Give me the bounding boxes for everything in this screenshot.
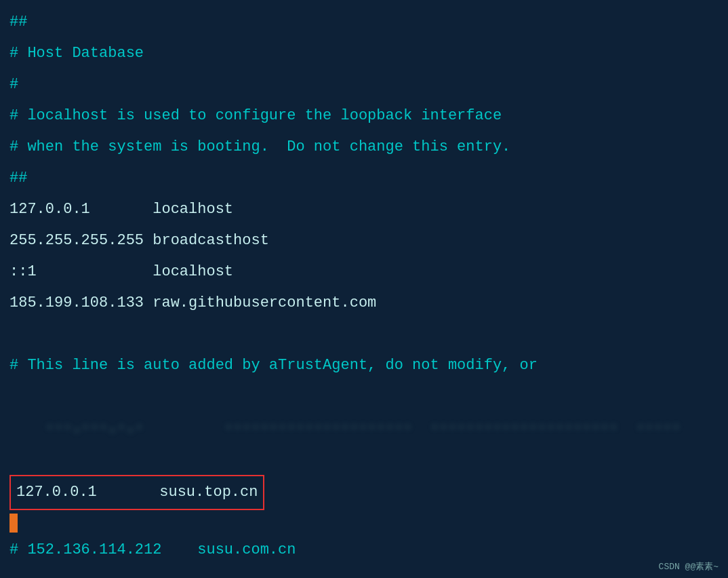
- watermark: CSDN @@素素~: [659, 560, 719, 573]
- line-tilde: ~: [9, 566, 719, 578]
- highlighted-row: 127.0.0.1 susu.top.cn: [9, 475, 264, 510]
- orange-bar: [9, 514, 18, 533]
- line-when: # when the system is booting. Do not cha…: [9, 132, 719, 163]
- line-blurred: ···.···.·.· ····················· ······…: [9, 381, 719, 475]
- line-hash: #: [9, 69, 719, 100]
- line-this: # This line is auto added by aTrustAgent…: [9, 350, 719, 381]
- line-127: 127.0.0.1 localhost: [9, 194, 719, 225]
- line-152: # 152.136.114.212 susu.com.cn: [9, 535, 719, 566]
- line-empty: [9, 319, 719, 350]
- line-localhost-comment: # localhost is used to configure the loo…: [9, 100, 719, 132]
- terminal: ## # Host Database # # localhost is used…: [0, 0, 728, 578]
- blurred-content: ···.···.·.· ····················· ······…: [45, 419, 681, 436]
- highlighted-line: 127.0.0.1 susu.top.cn: [9, 475, 719, 510]
- line-255: 255.255.255.255 broadcasthost: [9, 225, 719, 256]
- line-185: 185.199.108.133 raw.githubusercontent.co…: [9, 288, 719, 319]
- line-ipv6: ::1 localhost: [9, 256, 719, 288]
- orange-bar-line: [9, 510, 719, 535]
- line-host-db: # Host Database: [9, 38, 719, 69]
- line-hash-hash: ##: [9, 7, 719, 38]
- line-hash-hash2: ##: [9, 163, 719, 194]
